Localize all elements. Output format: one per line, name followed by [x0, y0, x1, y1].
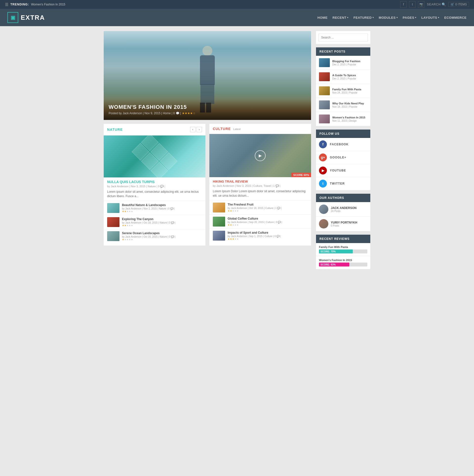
- culture-header: CULTURE Latest: [209, 124, 311, 134]
- search-button[interactable]: 🔍: [442, 2, 446, 6]
- thumb: [213, 203, 225, 212]
- nav-featured[interactable]: FEATURED▾: [354, 16, 374, 19]
- list-item-title[interactable]: The Freshest Fruit: [228, 203, 282, 206]
- recent-post-title[interactable]: Women's Fashion In 2015: [332, 116, 365, 119]
- list-item-content: Global Coffee Culture by Jack Anderson |…: [228, 217, 282, 226]
- list-item-title[interactable]: Global Coffee Culture: [228, 217, 282, 220]
- review-score-text: SCORE: 70%: [320, 250, 336, 253]
- author-info: YURIY PORTNYKH 0 Posts: [331, 221, 357, 227]
- play-button[interactable]: ▶: [255, 150, 266, 161]
- recent-thumb: [319, 114, 330, 123]
- follow-twitter[interactable]: t TWITTER: [316, 177, 370, 190]
- list-item-title[interactable]: Exploring The Canyon: [122, 217, 175, 221]
- author-name[interactable]: JACK ANDERSON: [331, 206, 356, 210]
- review-score-fill: SCORE: 70%: [319, 249, 353, 253]
- nav-recent[interactable]: RECENT▾: [333, 16, 349, 19]
- avatar-image: [319, 219, 328, 228]
- thumb-image: [107, 231, 119, 241]
- culture-video[interactable]: ▶ SCORE 60%: [209, 134, 311, 177]
- recent-post-item: Blogging For Fashion Dec 2, 2015 | Popul…: [316, 56, 370, 70]
- recent-post-meta: Dec 2, 2015 | Popular: [332, 77, 356, 80]
- nature-next-button[interactable]: ›: [197, 127, 202, 132]
- culture-badge: Latest: [233, 128, 240, 131]
- recent-thumb: [319, 86, 330, 95]
- recent-post-content: A Guide To Spices Dec 2, 2015 | Popular: [332, 74, 356, 80]
- list-item-meta: by Jack Anderson | Oct 18, 2015 | Nature…: [122, 221, 175, 224]
- nature-section: NATURE ‹ ›: [104, 124, 205, 246]
- cart-icon: 🛒: [451, 3, 454, 6]
- instagram-icon[interactable]: 📷: [418, 1, 424, 8]
- culture-featured-title[interactable]: HIKING TRAIL REVIEW: [209, 177, 311, 184]
- list-item-content: Serene Ocean Landscapes by Jack Anderson…: [122, 231, 175, 241]
- trending-text: Women's Fashion In 2015: [31, 3, 65, 6]
- trending-label: TRENDING:: [10, 3, 29, 6]
- nav-home[interactable]: HOME: [317, 16, 328, 19]
- recent-post-meta: Nov 18, 2015 | Popular: [332, 105, 364, 108]
- thumb: [107, 231, 119, 241]
- logo-icon: ▣: [7, 12, 18, 23]
- author-name[interactable]: YURIY PORTNYKH: [331, 221, 357, 224]
- star-rating: ★★★★★: [122, 238, 175, 241]
- list-item: The Freshest Fruit by Jack Anderson | Oc…: [209, 200, 311, 214]
- follow-youtube[interactable]: ▶ YOUTUBE: [316, 164, 370, 177]
- score-badge: SCORE 60%: [291, 173, 311, 177]
- thumb: [107, 217, 119, 227]
- hero-title: WOMEN'S FASHION IN 2015: [109, 104, 306, 110]
- hamburger-icon[interactable]: ☰: [5, 2, 8, 7]
- nature-featured-image: [104, 135, 205, 177]
- nature-prev-button[interactable]: ‹: [190, 127, 196, 132]
- star-rating: ★★★★★: [228, 224, 282, 226]
- thumb-image: [319, 72, 330, 81]
- nature-featured-excerpt: Lorem ipsum dolor sit amet, consectetur …: [104, 188, 205, 201]
- nature-image-bg: [104, 135, 205, 177]
- twitter-icon[interactable]: t: [409, 1, 415, 8]
- authors-widget: OUR AUTHORS JACK ANDERSON 24 Posts YURIY…: [316, 194, 370, 231]
- recent-thumb: [319, 58, 330, 67]
- recent-post-title[interactable]: Why Our Kids Need Play: [332, 102, 364, 105]
- nav-modules[interactable]: MODULES▾: [379, 16, 398, 19]
- list-item-title[interactable]: Serene Ocean Landscapes: [122, 231, 175, 235]
- author-avatar: [319, 219, 328, 228]
- site-logo[interactable]: ▣ EXTRA: [7, 12, 45, 23]
- follow-twitter-label: TWITTER: [330, 182, 345, 185]
- thumb-image: [319, 100, 330, 109]
- nav-ecommerce[interactable]: ECOMMERCE: [444, 16, 467, 19]
- top-bar-right: f t 📷 SEARCH 🔍 🛒 0 ITEMS: [400, 1, 469, 8]
- nature-featured-title[interactable]: NULLA QUIS LACUS TURPIS: [104, 177, 205, 185]
- nav-layouts[interactable]: LAYOUTS▾: [421, 16, 439, 19]
- recent-post-title[interactable]: Family Fun With Pasta: [332, 88, 361, 91]
- list-item: Beautiful Nature & Landscapes by Jack An…: [104, 201, 205, 215]
- follow-facebook[interactable]: f FACEBOOK: [316, 138, 370, 151]
- google-follow-icon: g+: [319, 153, 327, 161]
- recent-thumb: [319, 72, 330, 81]
- cart-button[interactable]: 🛒 0 ITEMS: [448, 2, 469, 7]
- hero-meta: Posted by Jack Anderson | Nov 9, 2015 | …: [109, 112, 306, 115]
- author-info: JACK ANDERSON 24 Posts: [331, 206, 356, 212]
- main-nav: HOME RECENT▾ FEATURED▾ MODULES▾ PAGES▾ L…: [317, 16, 467, 19]
- two-col-section: NATURE ‹ ›: [104, 124, 311, 246]
- review-score-track: SCORE: 63%: [319, 263, 367, 267]
- list-item: Serene Ocean Landscapes by Jack Anderson…: [104, 229, 205, 243]
- list-item-title[interactable]: Beautiful Nature & Landscapes: [122, 203, 175, 207]
- follow-google[interactable]: g+ GOOGLE+: [316, 151, 370, 164]
- sidebar: RECENT POSTS Blogging For Fashion Dec 2,…: [316, 31, 370, 273]
- review-title: Family Fun With Pasta: [319, 246, 367, 248]
- recent-post-item: A Guide To Spices Dec 2, 2015 | Popular: [316, 70, 370, 84]
- facebook-icon[interactable]: f: [400, 1, 407, 8]
- diamond-pattern: [132, 135, 177, 177]
- culture-featured-excerpt: Lorem Ipsum Dolor Lorem ipsum dolor sit …: [209, 188, 311, 200]
- star-rating: ★★★★★: [122, 224, 175, 227]
- follow-us-widget: FOLLOW US f FACEBOOK g+ GOOGLE+ ▶ YOUTUB…: [316, 130, 370, 190]
- recent-post-title[interactable]: Blogging For Fashion: [332, 60, 360, 63]
- recent-post-content: Women's Fashion In 2015 Nov 11, 2015 | D…: [332, 116, 365, 122]
- author-posts-count: 0 Posts: [331, 224, 357, 227]
- thumb-image: [107, 217, 119, 227]
- sidebar-search-input[interactable]: [318, 34, 368, 41]
- list-item-content: Impacts of Sport and Culture by Jack And…: [228, 231, 281, 240]
- recent-post-title[interactable]: A Guide To Spices: [332, 74, 356, 77]
- thumb-image: [107, 203, 119, 213]
- authors-header: OUR AUTHORS: [316, 194, 370, 202]
- review-score-fill: SCORE: 63%: [319, 263, 349, 267]
- list-item-title[interactable]: Impacts of Sport and Culture: [228, 231, 281, 234]
- nav-pages[interactable]: PAGES▾: [403, 16, 416, 19]
